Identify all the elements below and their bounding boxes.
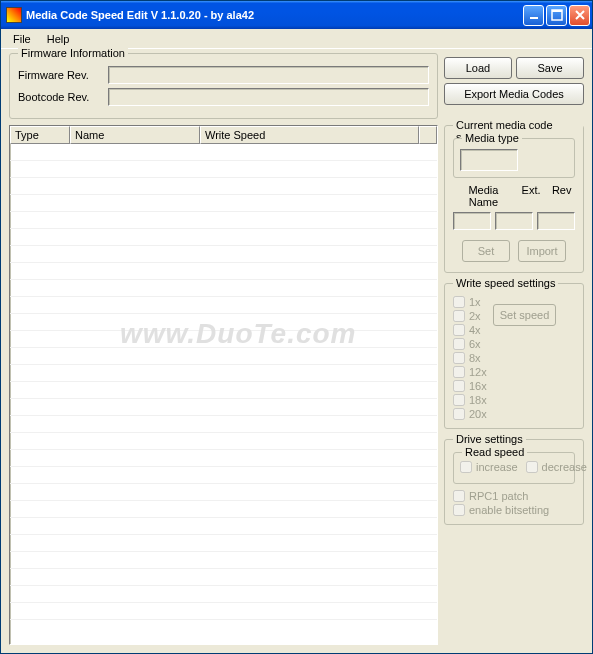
table-row[interactable] xyxy=(10,263,437,280)
bootcode-rev-field xyxy=(108,88,429,106)
speed-20x-checkbox: 20x xyxy=(453,408,487,420)
table-row[interactable] xyxy=(10,161,437,178)
col-name[interactable]: Name xyxy=(70,126,200,144)
menubar: File Help xyxy=(1,29,592,49)
app-icon xyxy=(6,7,22,23)
firmware-rev-label: Firmware Rev. xyxy=(18,69,108,81)
table-row[interactable] xyxy=(10,552,437,569)
media-type-group: Media type xyxy=(453,138,575,178)
menu-help[interactable]: Help xyxy=(39,31,78,47)
col-pad xyxy=(419,126,437,144)
table-row[interactable] xyxy=(10,535,437,552)
speed-18x-checkbox: 18x xyxy=(453,394,487,406)
table-row[interactable] xyxy=(10,484,437,501)
write-speed-group: Write speed settings 1x2x4x6x8x12x16x18x… xyxy=(444,283,584,429)
table-row[interactable] xyxy=(10,212,437,229)
rpc1-checkbox: RPC1 patch xyxy=(453,490,575,502)
read-speed-legend: Read speed xyxy=(462,446,527,458)
table-row[interactable] xyxy=(10,399,437,416)
table-row[interactable] xyxy=(10,416,437,433)
table-row[interactable] xyxy=(10,195,437,212)
titlebar[interactable]: Media Code Speed Edit V 1.1.0.20 - by al… xyxy=(1,1,592,29)
table-row[interactable] xyxy=(10,331,437,348)
table-row[interactable] xyxy=(10,314,437,331)
table-row[interactable] xyxy=(10,382,437,399)
increase-checkbox: increase xyxy=(460,461,518,473)
top-right-buttons: Load Save Export Media Codes xyxy=(444,53,584,119)
rev-field xyxy=(537,212,575,230)
media-name-field xyxy=(453,212,491,230)
svg-rect-0 xyxy=(530,17,538,19)
table-row[interactable] xyxy=(10,603,437,620)
table-row[interactable] xyxy=(10,280,437,297)
drive-settings-group: Drive settings Read speed increase decre… xyxy=(444,439,584,525)
speed-1x-checkbox: 1x xyxy=(453,296,487,308)
table-row[interactable] xyxy=(10,433,437,450)
drive-legend: Drive settings xyxy=(453,433,526,445)
media-type-field xyxy=(460,149,518,171)
load-button[interactable]: Load xyxy=(444,57,512,79)
firmware-legend: Firmware Information xyxy=(18,47,128,59)
side-column: Current media code setting Media type Me… xyxy=(444,125,584,645)
import-button: Import xyxy=(518,240,566,262)
bootcode-rev-label: Bootcode Rev. xyxy=(18,91,108,103)
media-type-legend: Media type xyxy=(462,132,522,144)
table-row[interactable] xyxy=(10,178,437,195)
table-row[interactable] xyxy=(10,450,437,467)
ext-field xyxy=(495,212,533,230)
firmware-rev-field xyxy=(108,66,429,84)
table-row[interactable] xyxy=(10,569,437,586)
table-row[interactable] xyxy=(10,348,437,365)
speed-12x-checkbox: 12x xyxy=(453,366,487,378)
minimize-button[interactable] xyxy=(523,5,544,26)
table-body xyxy=(10,144,437,644)
speed-6x-checkbox: 6x xyxy=(453,338,487,350)
read-speed-group: Read speed increase decrease xyxy=(453,452,575,484)
table-row[interactable] xyxy=(10,501,437,518)
client-area: Firmware Information Firmware Rev. Bootc… xyxy=(1,49,592,653)
col-type[interactable]: Type xyxy=(10,126,70,144)
table-row[interactable] xyxy=(10,144,437,161)
speed-4x-checkbox: 4x xyxy=(453,324,487,336)
set-button: Set xyxy=(462,240,510,262)
maximize-button[interactable] xyxy=(546,5,567,26)
speed-8x-checkbox: 8x xyxy=(453,352,487,364)
table-row[interactable] xyxy=(10,586,437,603)
window-title: Media Code Speed Edit V 1.1.0.20 - by al… xyxy=(26,9,521,21)
table-row[interactable] xyxy=(10,365,437,382)
close-button[interactable] xyxy=(569,5,590,26)
table-row[interactable] xyxy=(10,297,437,314)
save-button[interactable]: Save xyxy=(516,57,584,79)
col-speed[interactable]: Write Speed xyxy=(200,126,419,144)
rev-label: Rev xyxy=(548,184,575,208)
table-row[interactable] xyxy=(10,467,437,484)
speed-16x-checkbox: 16x xyxy=(453,380,487,392)
set-speed-button: Set speed xyxy=(493,304,557,326)
table-row[interactable] xyxy=(10,246,437,263)
main-window: Media Code Speed Edit V 1.1.0.20 - by al… xyxy=(0,0,593,654)
write-speed-legend: Write speed settings xyxy=(453,277,558,289)
table-header: Type Name Write Speed xyxy=(10,126,437,144)
table-row[interactable] xyxy=(10,229,437,246)
menu-file[interactable]: File xyxy=(5,31,39,47)
media-table[interactable]: Type Name Write Speed xyxy=(9,125,438,645)
ext-label: Ext. xyxy=(518,184,545,208)
current-setting-group: Current media code setting Media type Me… xyxy=(444,125,584,273)
svg-rect-2 xyxy=(552,10,562,12)
firmware-info-group: Firmware Information Firmware Rev. Bootc… xyxy=(9,53,438,119)
decrease-checkbox: decrease xyxy=(526,461,587,473)
export-button[interactable]: Export Media Codes xyxy=(444,83,584,105)
speed-2x-checkbox: 2x xyxy=(453,310,487,322)
bitset-checkbox: enable bitsetting xyxy=(453,504,575,516)
table-row[interactable] xyxy=(10,518,437,535)
media-name-label: Media Name xyxy=(453,184,514,208)
